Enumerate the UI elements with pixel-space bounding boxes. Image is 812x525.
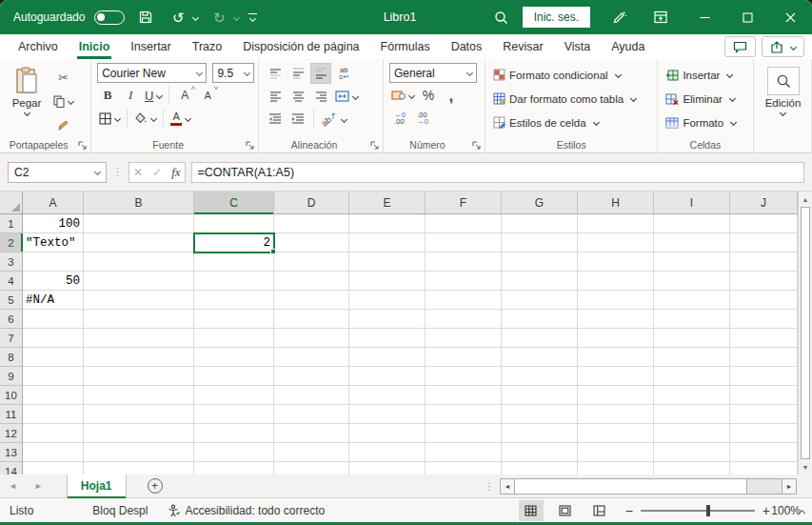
cell-J2[interactable] — [730, 233, 798, 252]
comma-style-button[interactable]: , — [441, 85, 462, 106]
cell-B3[interactable] — [84, 252, 194, 272]
search-icon[interactable] — [490, 6, 513, 29]
cell-A2[interactable]: "Texto" — [23, 233, 84, 252]
align-left-button[interactable] — [265, 86, 286, 107]
cell-F4[interactable] — [426, 272, 502, 291]
cell-B10[interactable] — [84, 386, 194, 405]
column-header-E[interactable]: E — [349, 192, 426, 214]
cell-I2[interactable] — [654, 233, 730, 252]
cell-J4[interactable] — [730, 272, 798, 291]
cell-H13[interactable] — [578, 443, 654, 462]
cell-J8[interactable] — [730, 348, 798, 367]
underline-button[interactable]: U — [143, 85, 164, 106]
cell-J13[interactable] — [730, 443, 798, 462]
cell-E11[interactable] — [349, 405, 426, 424]
cell-J14[interactable] — [730, 462, 798, 475]
cell-H3[interactable] — [578, 252, 654, 272]
cell-G12[interactable] — [502, 424, 578, 443]
cell-C6[interactable] — [194, 310, 274, 329]
previous-sheet-button[interactable]: ◄ — [0, 481, 26, 491]
accounting-format-button[interactable] — [389, 85, 416, 106]
cell-E6[interactable] — [349, 310, 426, 329]
format-as-table-button[interactable]: Dar formato como tabla — [491, 89, 653, 109]
accessibility-status[interactable]: Accesibilidad: todo correcto — [157, 504, 334, 517]
row-header-10[interactable]: 10 — [0, 386, 23, 405]
cell-J3[interactable] — [730, 252, 798, 272]
cell-H10[interactable] — [578, 386, 654, 405]
cell-F7[interactable] — [426, 329, 502, 348]
cell-A10[interactable] — [23, 386, 84, 405]
cell-F2[interactable] — [426, 233, 502, 252]
conditional-formatting-button[interactable]: Formato condicional — [491, 65, 653, 85]
format-cells-button[interactable]: Formato — [663, 112, 748, 132]
cell-F14[interactable] — [426, 462, 502, 475]
cell-J1[interactable] — [730, 214, 798, 233]
column-header-G[interactable]: G — [502, 192, 578, 214]
clipboard-dialog-launcher[interactable] — [78, 141, 87, 150]
cell-G4[interactable] — [502, 272, 578, 291]
percent-style-button[interactable]: % — [418, 85, 439, 106]
editing-button[interactable]: Edición — [760, 63, 807, 115]
cell-H5[interactable] — [578, 291, 654, 310]
cancel-button[interactable]: ✕ — [133, 166, 143, 179]
borders-button[interactable] — [97, 108, 122, 129]
tab-archivo[interactable]: Archivo — [8, 34, 69, 59]
cell-G5[interactable] — [502, 291, 578, 310]
increase-indent-button[interactable] — [287, 109, 308, 130]
cell-D9[interactable] — [274, 367, 349, 386]
cell-E4[interactable] — [349, 272, 426, 291]
tab-insertar[interactable]: Insertar — [120, 34, 181, 59]
cell-D3[interactable] — [274, 252, 349, 272]
cell-D2[interactable] — [274, 233, 349, 252]
row-header-13[interactable]: 13 — [0, 443, 23, 462]
cell-I3[interactable] — [654, 252, 730, 272]
normal-view-button[interactable] — [519, 500, 544, 521]
cell-E9[interactable] — [349, 367, 426, 386]
row-header-8[interactable]: 8 — [0, 348, 23, 367]
row-header-2[interactable]: 2 — [0, 233, 23, 252]
cell-C9[interactable] — [194, 367, 274, 386]
cell-H6[interactable] — [578, 310, 654, 329]
cell-B13[interactable] — [84, 443, 194, 462]
cell-A8[interactable] — [23, 348, 84, 367]
cell-G14[interactable] — [502, 462, 578, 475]
cell-E14[interactable] — [349, 462, 426, 475]
cell-G8[interactable] — [502, 348, 578, 367]
align-top-button[interactable] — [265, 63, 286, 84]
cell-H7[interactable] — [578, 329, 654, 348]
align-middle-button[interactable] — [287, 63, 308, 84]
cell-F1[interactable] — [426, 214, 502, 233]
cell-E13[interactable] — [349, 443, 426, 462]
cell-B8[interactable] — [84, 348, 194, 367]
cell-E8[interactable] — [349, 348, 426, 367]
customize-quick-access-button[interactable] — [248, 13, 257, 21]
horizontal-scrollbar[interactable]: ◄ ► — [500, 478, 797, 495]
cell-C5[interactable] — [194, 291, 274, 310]
cell-C7[interactable] — [194, 329, 274, 348]
undo-chevron-icon[interactable] — [192, 13, 199, 20]
cell-B7[interactable] — [84, 329, 194, 348]
cell-B14[interactable] — [84, 462, 194, 475]
cell-E2[interactable] — [349, 233, 426, 252]
tab-ayuda[interactable]: Ayuda — [601, 34, 655, 59]
cell-J12[interactable] — [730, 424, 798, 443]
cell-G7[interactable] — [502, 329, 578, 348]
paste-button[interactable]: Pegar — [6, 63, 48, 135]
cell-A7[interactable] — [23, 329, 84, 348]
cell-I4[interactable] — [654, 272, 730, 291]
cell-I6[interactable] — [654, 310, 730, 329]
close-button[interactable] — [769, 0, 812, 34]
cell-A14[interactable] — [23, 462, 84, 475]
cell-B2[interactable] — [84, 233, 194, 252]
horizontal-scroll-thumb[interactable] — [515, 478, 747, 495]
fill-color-button[interactable] — [132, 108, 158, 129]
cell-C8[interactable] — [194, 348, 274, 367]
cell-C3[interactable] — [194, 252, 274, 272]
cell-C13[interactable] — [194, 443, 274, 462]
cell-G11[interactable] — [502, 405, 578, 424]
cell-B11[interactable] — [84, 405, 194, 424]
page-break-view-button[interactable] — [587, 500, 612, 521]
align-center-button[interactable] — [287, 86, 308, 107]
align-bottom-button[interactable] — [310, 63, 331, 84]
cell-F11[interactable] — [426, 405, 502, 424]
